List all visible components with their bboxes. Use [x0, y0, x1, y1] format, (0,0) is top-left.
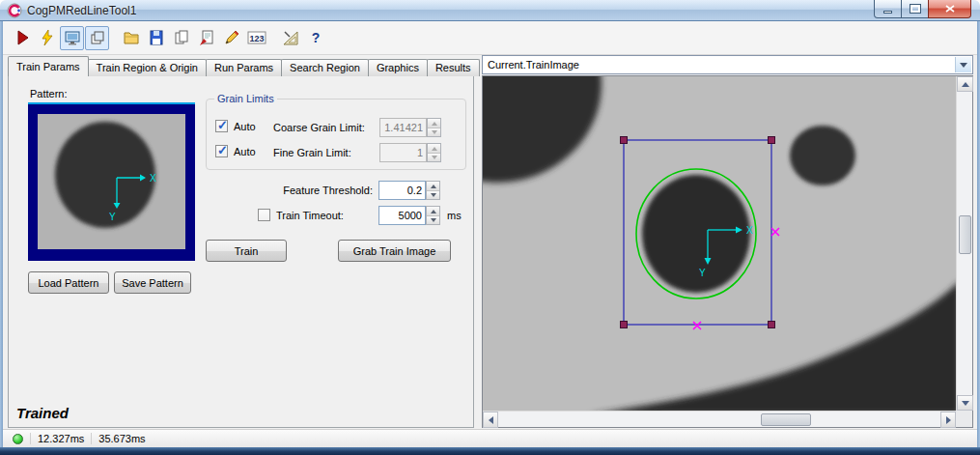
- close-icon: [945, 5, 955, 13]
- lightning-icon: [39, 29, 56, 46]
- combo-dropdown-button[interactable]: [955, 57, 971, 72]
- image-display-icon: [64, 29, 81, 46]
- fine-grain-limit-label: Fine Grain Limit:: [273, 147, 351, 158]
- edit-button[interactable]: [219, 26, 243, 50]
- image-source-combobox[interactable]: Current.TrainImage: [482, 55, 973, 74]
- save-pattern-button[interactable]: Save Pattern: [114, 271, 191, 294]
- horizontal-scrollbar[interactable]: [483, 411, 956, 427]
- fine-spin-down: [428, 153, 440, 161]
- train-timeout-spin-down[interactable]: [427, 215, 439, 224]
- title-bar[interactable]: CogPMRedLineTool1: [0, 0, 980, 21]
- feature-threshold-label: Feature Threshold:: [223, 185, 373, 196]
- save-button[interactable]: [144, 26, 168, 50]
- arrow-right-icon: [946, 416, 951, 424]
- train-params-page: Pattern: X Y Load Pattern Save Pattern G: [8, 75, 474, 428]
- load-pattern-button[interactable]: Load Pattern: [28, 271, 109, 294]
- train-timeout-spinner: [426, 206, 440, 225]
- scroll-up-button[interactable]: [957, 76, 973, 92]
- fine-grain-limit-input: [379, 143, 427, 162]
- scrollbar-corner: [956, 411, 972, 427]
- tab-search-region[interactable]: Search Region: [281, 59, 369, 76]
- train-image-canvas[interactable]: X Y: [483, 76, 956, 411]
- coarse-grain-limit-input: [379, 118, 427, 137]
- pattern-image-display[interactable]: X Y: [28, 102, 195, 261]
- svg-text:Y: Y: [109, 212, 116, 222]
- show-image-display-toggle[interactable]: [60, 26, 84, 50]
- region-handle-bottom-left[interactable]: [621, 322, 628, 328]
- scroll-right-button[interactable]: [940, 412, 956, 428]
- run-button[interactable]: [10, 26, 34, 50]
- maximize-button[interactable]: [901, 0, 929, 18]
- run-icon: [14, 29, 31, 46]
- status-led-icon: [13, 434, 23, 444]
- tab-graphics[interactable]: Graphics: [368, 59, 428, 76]
- feature-threshold-spin-down[interactable]: [427, 190, 439, 199]
- numeric-precision-button[interactable]: 123: [244, 26, 268, 50]
- chevron-down-icon: [960, 63, 967, 68]
- train-timeout-input[interactable]: [378, 206, 426, 225]
- copy-icon: [173, 29, 190, 46]
- svg-text:X: X: [150, 173, 156, 184]
- train-button[interactable]: Train: [206, 240, 287, 262]
- coarse-grain-limit-label: Coarse Grain Limit:: [273, 122, 365, 133]
- train-timeout-spin-up[interactable]: [427, 207, 439, 215]
- coarse-auto-label: Auto: [234, 121, 256, 132]
- tab-train-region-origin[interactable]: Train Region & Origin: [88, 59, 207, 76]
- grab-train-image-button[interactable]: Grab Train Image: [338, 240, 451, 262]
- tab-run-params[interactable]: Run Params: [206, 59, 282, 76]
- feature-threshold-spinner: [426, 181, 440, 200]
- coarse-spin-up: [428, 119, 440, 128]
- scroll-down-button[interactable]: [957, 395, 973, 411]
- horizontal-scroll-thumb[interactable]: [761, 413, 811, 426]
- tab-train-params[interactable]: Train Params: [8, 56, 89, 76]
- fine-auto-label: Auto: [234, 146, 256, 157]
- maximize-icon: [910, 5, 920, 13]
- coarse-grain-limit-spinner: [427, 118, 441, 137]
- open-folder-icon: [123, 29, 140, 46]
- import-button[interactable]: [194, 26, 218, 50]
- train-timeout-checkbox[interactable]: [258, 209, 270, 221]
- open-button[interactable]: [119, 26, 143, 50]
- electric-run-button[interactable]: [35, 26, 59, 50]
- train-timeout-label: Train Timeout:: [276, 210, 344, 221]
- fine-spin-up: [428, 144, 440, 153]
- image-source-value: Current.TrainImage: [488, 59, 579, 71]
- vertical-scrollbar[interactable]: [956, 76, 972, 411]
- region-handle-top-right[interactable]: [769, 137, 775, 144]
- toolbar-separator: [269, 26, 278, 50]
- feature-threshold-input[interactable]: [378, 181, 426, 200]
- import-page-icon: [198, 29, 215, 46]
- minimize-button[interactable]: [874, 0, 902, 18]
- coordinate-geometry-button[interactable]: [278, 26, 302, 50]
- close-button[interactable]: [928, 0, 971, 18]
- copy-button[interactable]: [169, 26, 193, 50]
- fine-auto-checkbox[interactable]: [215, 145, 228, 157]
- coarse-spin-down: [428, 128, 440, 136]
- feature-threshold-spin-up[interactable]: [427, 182, 439, 190]
- fine-grain-limit-spinner: [427, 143, 441, 162]
- svg-text:?: ?: [311, 30, 320, 45]
- app-icon: [7, 3, 22, 18]
- coarse-auto-checkbox[interactable]: [215, 120, 228, 132]
- toolbar: 123 ?: [3, 21, 977, 55]
- region-handle-bottom-right[interactable]: [769, 322, 775, 328]
- scroll-left-button[interactable]: [483, 412, 498, 428]
- show-result-graphics-toggle[interactable]: [85, 26, 109, 50]
- vertical-scroll-thumb[interactable]: [959, 215, 971, 254]
- grain-limits-group: Grain Limits Auto Coarse Grain Limit: Au…: [206, 99, 466, 170]
- trained-status-label: Trained: [16, 405, 69, 421]
- minimize-icon: [883, 11, 892, 14]
- arrow-down-icon: [962, 401, 969, 406]
- blob-main: [642, 175, 750, 293]
- help-button[interactable]: ?: [303, 26, 327, 50]
- toolbar-separator: [110, 26, 119, 50]
- save-floppy-icon: [148, 29, 165, 46]
- arrow-left-icon: [489, 416, 493, 424]
- tab-results[interactable]: Results: [427, 59, 480, 76]
- set-square-icon: [282, 29, 299, 46]
- total-time-value: 35.673ms: [98, 433, 145, 444]
- tab-strip: Train Params Train Region & Origin Run P…: [8, 56, 479, 76]
- window-frame-bottom: [0, 447, 980, 455]
- status-bar: 12.327ms 35.673ms: [3, 429, 977, 447]
- region-handle-top-left[interactable]: [621, 137, 628, 144]
